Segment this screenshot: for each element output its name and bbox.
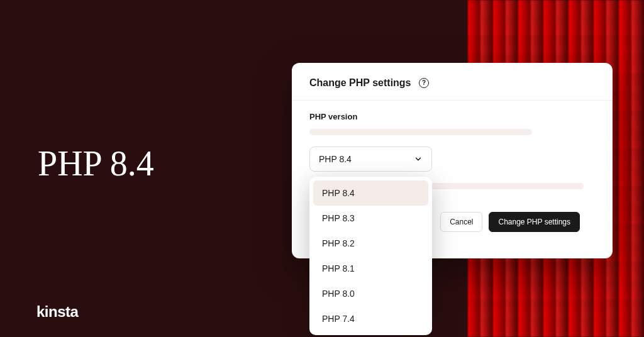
select-value: PHP 8.4 <box>319 154 352 164</box>
php-version-label: PHP version <box>309 112 595 121</box>
placeholder-bar <box>309 129 532 135</box>
help-icon[interactable] <box>419 78 429 88</box>
headline-text: PHP 8.4 <box>38 143 154 184</box>
php-version-select-wrap: PHP 8.4 PHP 8.4 PHP 8.3 PHP 8.2 PHP 8.1 … <box>309 146 432 172</box>
modal-header: Change PHP settings <box>292 63 613 100</box>
dropdown-option-php-7-4[interactable]: PHP 7.4 <box>313 306 428 331</box>
cancel-button[interactable]: Cancel <box>440 212 482 232</box>
php-version-dropdown: PHP 8.4 PHP 8.3 PHP 8.2 PHP 8.1 PHP 8.0 … <box>309 177 432 335</box>
dropdown-option-php-8-2[interactable]: PHP 8.2 <box>313 231 428 256</box>
dropdown-option-php-8-4[interactable]: PHP 8.4 <box>313 180 428 206</box>
change-php-settings-modal: Change PHP settings PHP version PHP 8.4 … <box>292 63 613 258</box>
php-version-select[interactable]: PHP 8.4 <box>309 146 432 172</box>
change-php-settings-button[interactable]: Change PHP settings <box>489 212 580 232</box>
chevron-down-icon <box>414 155 423 163</box>
brand-logo-text: kinsta <box>36 303 78 321</box>
dropdown-option-php-8-3[interactable]: PHP 8.3 <box>313 206 428 231</box>
modal-title: Change PHP settings <box>309 77 411 89</box>
modal-body: PHP version PHP 8.4 PHP 8.4 PHP 8.3 PHP … <box>292 101 613 258</box>
dropdown-option-php-8-0[interactable]: PHP 8.0 <box>313 281 428 306</box>
dropdown-option-php-8-1[interactable]: PHP 8.1 <box>313 256 428 281</box>
